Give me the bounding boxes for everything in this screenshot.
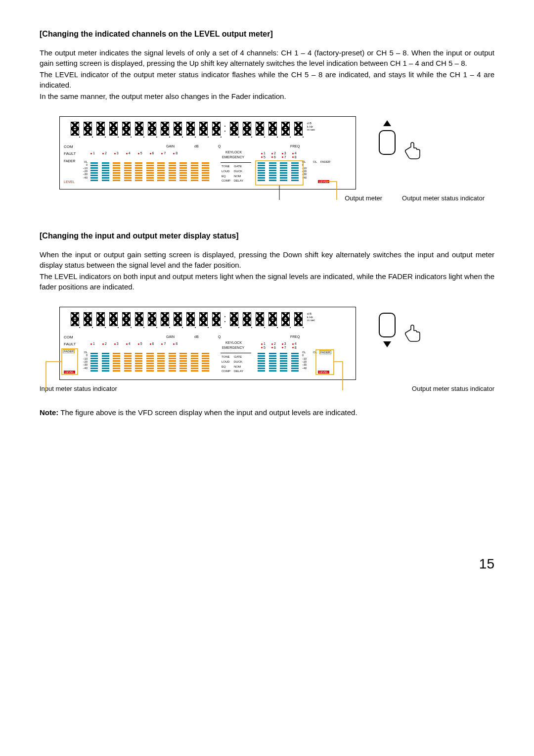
vfd-panel-2: d B k Hz m sec COM FAULT FADER LEVEL GAI… [59,307,356,380]
label-ol-right: OL [313,160,317,163]
label-gain: GAIN [166,335,175,338]
para-1-3: In the same manner, the output meter als… [40,91,494,101]
input-scale: OL0–10 –20–30–40 [80,351,88,370]
input-channel-indicators: 12 34 56 78 [90,342,178,345]
label-gain: GAIN [166,144,175,148]
triangle-down-icon [383,341,391,347]
diagram-2: d B k Hz m sec COM FAULT FADER LEVEL GAI… [40,307,494,392]
page-number: 15 [40,556,494,572]
note-bold: Note: [40,408,58,417]
label-fader-right-hl: FADER [319,350,331,354]
up-shift-key-graphic [370,130,409,155]
output-meter [258,162,299,184]
output-scale: OL0–10 –20–30–40 [302,351,310,370]
label-db: dB [194,144,199,148]
section-level-channels: [Changing the indicated channels on the … [40,30,494,202]
label-fader-right: FADER [320,160,330,163]
heading-1: [Changing the indicated channels on the … [40,30,494,39]
label-com: COM [64,335,73,339]
label-fader-left-hl: FADER [63,349,75,353]
output-meter [258,353,299,375]
label-fault: FAULT [64,151,76,156]
callout-output-meter: Output meter [345,194,382,202]
label-keylock: KEYLOCK [225,341,242,344]
diagram-1-callouts: Output meter Output meter status indicat… [40,194,494,202]
dsp-function-labels: TONEGATE LOUDDUCK EQNOM COMPDELAY [221,353,251,375]
triangle-up-icon [383,120,391,126]
input-meter [90,353,209,375]
note-text: The figure above is the VFD screen displ… [58,408,357,417]
label-emergency: EMERGENCY [222,346,244,349]
down-shift-key-graphic [370,313,409,337]
callout-input-status: Input meter status indicator [40,385,117,392]
label-emergency: EMERGENCY [222,155,244,159]
para-2-2: The LEVEL indicators on both input and o… [40,271,494,292]
diagram-2-callouts: Input meter status indicator Output mete… [40,385,494,392]
label-fader-left: FADER [64,159,75,163]
label-level-left: LEVEL [64,180,75,184]
output-channel-indicators: 1234 5678 [261,151,303,159]
diagram-1: d B k Hz m sec COM FAULT FADER LEVEL GAI… [40,116,494,202]
label-freq: FREQ [290,144,300,148]
unit-labels: d B k Hz m sec [307,122,315,132]
heading-2: [Changing the input and output meter dis… [40,232,494,240]
note-line: Note: The figure above is the VFD screen… [40,407,494,418]
label-fault: FAULT [64,342,76,346]
segment-display-row: d B k Hz m sec [71,312,351,326]
output-scale: OL0–10 –20–30–40 [302,160,310,179]
unit-labels: d B k Hz m sec [307,312,315,322]
output-channel-indicators: 1234 5678 [261,342,303,349]
level-indicator-right: LEVEL [318,180,329,183]
para-1-1: The output meter indicates the signal le… [40,47,494,68]
input-meter [90,162,209,184]
para-1-2: The LEVEL indicator of the output meter … [40,69,494,90]
level-indicator-right: LEVEL [318,371,329,374]
label-keylock: KEYLOCK [225,150,242,154]
para-2-1: When the input or output gain setting sc… [40,249,494,270]
input-scale: OL0–10 –20–30–40 [80,160,88,179]
label-q: Q [218,144,221,148]
label-com: COM [64,144,73,149]
input-channel-indicators: 12 34 56 78 [90,151,178,155]
label-level-left-hl: LEVEL [64,371,75,374]
section-display-status: [Changing the input and output meter dis… [40,232,494,418]
hand-cursor-icon [403,141,423,161]
dsp-function-labels: TONEGATE LOUDDUCK EQNOM COMPDELAY [221,162,251,184]
label-ol-right: OL [313,351,317,354]
label-q: Q [218,335,221,338]
label-freq: FREQ [290,335,300,338]
callout-output-status-2: Output meter status indicator [412,385,494,392]
segment-display-row: d B k Hz m sec [71,122,351,136]
vfd-panel-1: d B k Hz m sec COM FAULT FADER LEVEL GAI… [59,116,356,189]
hand-cursor-icon [403,324,423,343]
label-db: dB [194,335,199,338]
callout-output-status: Output meter status indicator [402,194,485,202]
